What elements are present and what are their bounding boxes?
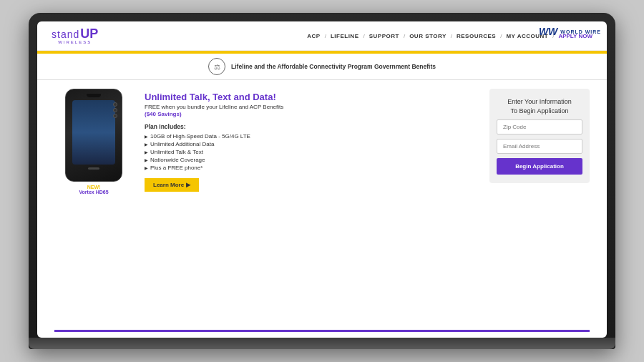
learn-more-button[interactable]: Learn More ▶ xyxy=(145,178,199,192)
website-content: WW WORLD WIRE stand UP wireless ACP / LI… xyxy=(37,21,607,338)
bottom-spacer xyxy=(37,332,607,338)
laptop-screen: WW WORLD WIRE stand UP wireless ACP / LI… xyxy=(37,21,607,338)
plan-includes-title: Plan Includes: xyxy=(145,123,478,130)
learn-more-label: Learn More xyxy=(153,182,184,188)
camera-dot-3 xyxy=(113,114,117,118)
application-form: Enter Your Information To Begin Applicat… xyxy=(489,89,590,183)
phone-screen xyxy=(72,100,115,165)
offer-section: Unlimited Talk, Text and Data! FREE when… xyxy=(145,89,478,195)
main-content: NEW! Vortex HD65 Unlimited Talk, Text an… xyxy=(37,80,607,330)
phone-notch xyxy=(87,94,101,97)
government-seal: ⚖ xyxy=(208,58,225,75)
begin-application-button[interactable]: Begin Application xyxy=(497,158,582,175)
zip-code-input[interactable] xyxy=(497,119,582,134)
ww-icon: WW xyxy=(539,26,557,37)
laptop-shell: WW WORLD WIRE stand UP wireless ACP / LI… xyxy=(29,13,615,349)
plan-item: Unlimited Additional Data xyxy=(145,141,478,147)
offer-title: Unlimited Talk, Text and Data! xyxy=(145,92,478,102)
camera-dot-1 xyxy=(113,102,117,107)
plan-item: 10GB of High-Speed Data - 5G/4G LTE xyxy=(145,133,478,140)
site-header: stand UP wireless ACP / LIFELINE / SUPPO… xyxy=(37,21,607,51)
camera-dot-2 xyxy=(113,108,117,112)
form-title: Enter Your Information To Begin Applicat… xyxy=(507,97,572,115)
laptop-base xyxy=(29,338,615,349)
phone-camera xyxy=(113,102,117,118)
nav-lifeline[interactable]: LIFELINE xyxy=(331,33,359,39)
nav-support[interactable]: SUPPORT xyxy=(369,33,399,39)
nav-acp[interactable]: ACP xyxy=(307,33,320,39)
nav-our-story[interactable]: OUR STORY xyxy=(409,33,447,39)
logo-wireless: wireless xyxy=(58,40,92,44)
offer-free-text: FREE when you bundle your Lifeline and A… xyxy=(145,104,478,110)
seal-icon: ⚖ xyxy=(214,63,220,71)
offer-savings: ($40 Savings) xyxy=(145,111,478,117)
program-banner: ⚖ Lifeline and the Affordable Connectivi… xyxy=(37,54,607,80)
plan-item: Plus a FREE phone* xyxy=(145,165,478,171)
banner-text: Lifeline and the Affordable Connectivity… xyxy=(231,63,436,70)
plan-item: Unlimited Talk & Text xyxy=(145,149,478,155)
plan-list: 10GB of High-Speed Data - 5G/4G LTE Unli… xyxy=(145,133,478,171)
phone-model-name: Vortex HD65 xyxy=(79,190,108,195)
phone-home-bar xyxy=(88,167,99,170)
worldwire-text: WORLD WIRE xyxy=(560,29,601,34)
logo-up: UP xyxy=(80,27,98,40)
new-badge: NEW! xyxy=(87,185,101,190)
plan-item: Nationwide Coverage xyxy=(145,157,478,163)
logo-stand: stand xyxy=(52,29,79,40)
nav-resources[interactable]: RESOURCES xyxy=(457,33,496,39)
phone-section: NEW! Vortex HD65 xyxy=(54,89,133,195)
worldwire-logo: WW xyxy=(539,26,557,37)
standup-logo: stand UP wireless xyxy=(52,27,98,44)
email-input[interactable] xyxy=(497,139,582,154)
phone-image xyxy=(65,89,122,182)
learn-more-arrow-icon: ▶ xyxy=(186,182,190,188)
watermark: WW WORLD WIRE xyxy=(539,26,601,37)
